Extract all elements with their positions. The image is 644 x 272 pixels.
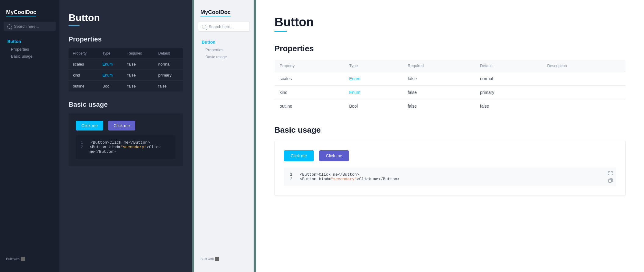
line-number-1-light: 1	[290, 172, 295, 177]
line-number-2-light: 2	[290, 177, 295, 181]
col-header-description-light: Description	[542, 60, 625, 72]
dark-click-me-btn-2[interactable]: Click me	[108, 121, 136, 131]
prop-type: Bool	[344, 99, 403, 113]
col-header-type-light: Type	[344, 60, 403, 72]
mid-panel: MyCoolDoc Search here... Button Properti…	[194, 0, 254, 272]
dark-logo: MyCoolDoc	[0, 6, 59, 22]
dark-search-box[interactable]: Search here...	[4, 22, 56, 31]
dark-panel: MyCoolDoc Search here... Button Properti…	[0, 0, 192, 272]
col-header-type-dark: Type	[98, 48, 123, 59]
prop-type: Enum	[344, 72, 403, 86]
table-row: scales Enum false normal	[275, 72, 626, 86]
svg-rect-0	[609, 179, 611, 182]
line-number-2: 2	[81, 145, 85, 154]
col-header-property-light: Property	[275, 60, 345, 72]
col-header-required-dark: Required	[123, 48, 154, 59]
prop-description	[542, 99, 625, 113]
panel-gap-1	[192, 0, 194, 272]
col-header-required-light: Required	[403, 60, 475, 72]
prop-default: normal	[154, 59, 183, 70]
built-with-mid: Built with	[194, 252, 253, 266]
prop-name: kind	[275, 86, 345, 99]
panel-gap-2	[254, 0, 256, 272]
light-title-underline	[274, 31, 287, 32]
table-row: scales Enum false normal	[69, 59, 183, 70]
prop-required: false	[123, 70, 154, 81]
prop-default: normal	[475, 72, 542, 86]
prop-required: false	[123, 81, 154, 92]
dark-usage-box: Click me Click me 1 <Button>Click me</Bu…	[69, 113, 183, 166]
col-header-property-dark: Property	[69, 48, 98, 59]
mid-nav: Button Properties Basic usage	[194, 38, 253, 60]
docz-icon-mid	[215, 257, 219, 261]
dark-sidebar: MyCoolDoc Search here... Button Properti…	[0, 0, 59, 272]
mid-search-box[interactable]: Search here...	[198, 22, 250, 32]
code-line-1-light: 1 <Button>Click me</Button>	[290, 172, 610, 177]
table-row: outline Bool false false	[69, 81, 183, 92]
prop-type: Enum	[98, 59, 123, 70]
prop-description	[542, 72, 625, 86]
docz-icon-dark	[21, 257, 25, 261]
code-content-2: <Button kind="secondary">Click me</Butto…	[90, 145, 171, 154]
prop-name: outline	[275, 99, 345, 113]
light-code-block: 1 <Button>Click me</Button> 2 <Button ki…	[284, 167, 616, 186]
code-content-1: <Button>Click me</Button>	[90, 140, 150, 145]
code-line-2-light: 2 <Button kind="secondary">Click me</But…	[290, 177, 610, 181]
expand-code-button[interactable]	[608, 170, 613, 176]
prop-required: false	[403, 72, 475, 86]
table-row: outline Bool false false	[275, 99, 626, 113]
light-panel: Button Properties Property Type Required…	[256, 0, 644, 272]
dark-basic-usage-title: Basic usage	[69, 101, 183, 109]
light-content: Button Properties Property Type Required…	[256, 0, 644, 272]
prop-name: scales	[275, 72, 345, 86]
dark-code-block: 1 <Button>Click me</Button> 2 <Button ki…	[76, 135, 175, 159]
code-actions	[608, 170, 613, 183]
prop-type: Bool	[98, 81, 123, 92]
prop-required: false	[403, 86, 475, 99]
col-header-default-light: Default	[475, 60, 542, 72]
light-click-me-btn-1[interactable]: Click me	[284, 150, 314, 161]
code-line-1: 1 <Button>Click me</Button>	[81, 140, 171, 145]
nav-sub-basicusage-mid[interactable]: Basic usage	[194, 53, 253, 60]
line-number-1: 1	[81, 140, 86, 145]
prop-default: primary	[154, 70, 183, 81]
light-basic-usage-title: Basic usage	[274, 125, 626, 135]
code-content-1-light: <Button>Click me</Button>	[300, 172, 359, 177]
built-with-dark: Built with	[0, 252, 59, 266]
table-row: kind Enum false primary	[275, 86, 626, 99]
table-row: kind Enum false primary	[69, 70, 183, 81]
nav-item-button-mid[interactable]: Button	[194, 38, 253, 46]
copy-code-button[interactable]	[608, 178, 613, 183]
nav-sub-properties-mid[interactable]: Properties	[194, 46, 253, 53]
prop-type: Enum	[344, 86, 403, 99]
prop-required: false	[123, 59, 154, 70]
light-btn-row: Click me Click me	[284, 150, 616, 161]
prop-default: false	[154, 81, 183, 92]
code-content-2-light: <Button kind="secondary">Click me</Butto…	[300, 177, 400, 181]
dark-click-me-btn-1[interactable]: Click me	[76, 121, 103, 131]
dark-btn-row: Click me Click me	[76, 121, 175, 131]
dark-content: Button Properties Property Type Required…	[59, 0, 192, 272]
nav-item-button-dark[interactable]: Button	[4, 37, 56, 46]
search-icon	[7, 24, 12, 29]
code-line-2: 2 <Button kind="secondary">Click me</But…	[81, 145, 171, 154]
light-click-me-btn-2[interactable]: Click me	[319, 150, 349, 161]
dark-title-underline	[69, 25, 80, 26]
nav-sub-properties-dark[interactable]: Properties	[4, 46, 56, 53]
dark-nav: Button Properties Basic usage	[0, 37, 59, 60]
prop-default: false	[475, 99, 542, 113]
prop-type: Enum	[98, 70, 123, 81]
search-icon-mid	[202, 25, 206, 29]
prop-default: primary	[475, 86, 542, 99]
light-properties-title: Properties	[274, 44, 626, 53]
mid-logo: MyCoolDoc	[194, 6, 253, 22]
prop-description	[542, 86, 625, 99]
col-header-default-dark: Default	[154, 48, 183, 59]
light-page-title: Button	[274, 15, 626, 29]
light-usage-box: Click me Click me	[274, 141, 626, 196]
prop-name: scales	[69, 59, 98, 70]
mid-sidebar: MyCoolDoc Search here... Button Properti…	[194, 0, 254, 272]
prop-name: kind	[69, 70, 98, 81]
light-props-table: Property Type Required Default Descripti…	[274, 59, 626, 113]
nav-sub-basicusage-dark[interactable]: Basic usage	[4, 53, 56, 60]
